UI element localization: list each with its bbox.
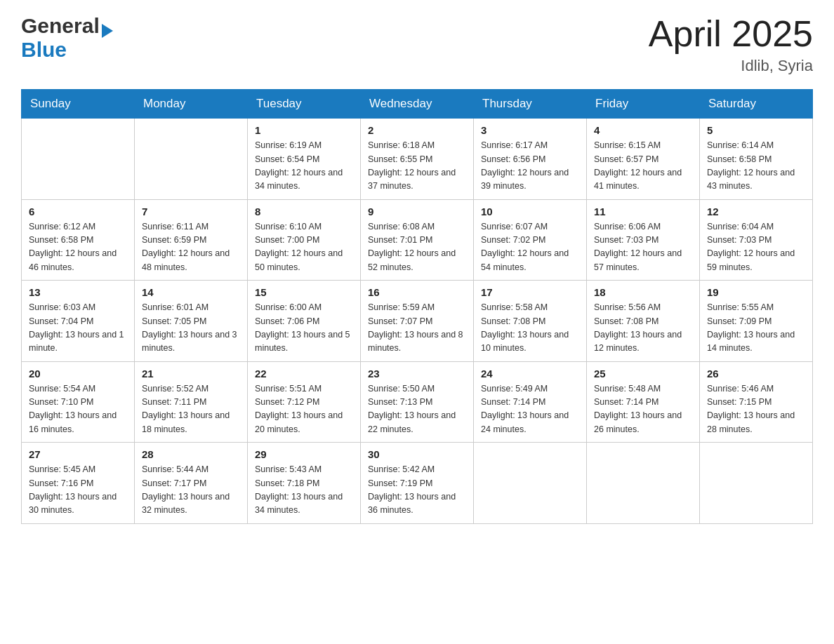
day-number: 18: [594, 286, 692, 298]
day-info: Sunrise: 5:45 AM Sunset: 7:16 PM Dayligh…: [29, 463, 127, 518]
day-info: Sunrise: 6:18 AM Sunset: 6:55 PM Dayligh…: [368, 139, 466, 194]
day-number: 5: [707, 124, 805, 136]
day-info: Sunrise: 5:56 AM Sunset: 7:08 PM Dayligh…: [594, 301, 692, 356]
calendar-cell: 15Sunrise: 6:00 AM Sunset: 7:06 PM Dayli…: [248, 281, 361, 362]
calendar-header-thursday: Thursday: [474, 90, 587, 119]
calendar-cell: 19Sunrise: 5:55 AM Sunset: 7:09 PM Dayli…: [700, 281, 813, 362]
day-number: 25: [594, 368, 692, 380]
day-info: Sunrise: 6:08 AM Sunset: 7:01 PM Dayligh…: [368, 220, 466, 275]
day-number: 4: [594, 124, 692, 136]
day-number: 27: [29, 448, 127, 460]
calendar-header-friday: Friday: [587, 90, 700, 119]
calendar-cell: 8Sunrise: 6:10 AM Sunset: 7:00 PM Daylig…: [248, 199, 361, 281]
day-info: Sunrise: 6:00 AM Sunset: 7:06 PM Dayligh…: [255, 301, 353, 356]
day-number: 17: [481, 286, 579, 298]
day-info: Sunrise: 6:14 AM Sunset: 6:58 PM Dayligh…: [707, 139, 805, 194]
page-header: General Blue April 2025 Idlib, Syria: [21, 14, 813, 75]
calendar-header-tuesday: Tuesday: [248, 90, 361, 119]
calendar-cell: [700, 443, 813, 524]
day-info: Sunrise: 5:54 AM Sunset: 7:10 PM Dayligh…: [29, 382, 127, 437]
calendar-week-4: 20Sunrise: 5:54 AM Sunset: 7:10 PM Dayli…: [22, 361, 813, 443]
day-number: 16: [368, 286, 466, 298]
day-info: Sunrise: 6:11 AM Sunset: 6:59 PM Dayligh…: [142, 220, 240, 275]
calendar-cell: [135, 119, 248, 200]
calendar-cell: 3Sunrise: 6:17 AM Sunset: 6:56 PM Daylig…: [474, 119, 587, 200]
day-number: 6: [29, 206, 127, 217]
day-number: 13: [29, 286, 127, 298]
day-info: Sunrise: 5:50 AM Sunset: 7:13 PM Dayligh…: [368, 382, 466, 437]
day-number: 29: [255, 448, 353, 460]
day-info: Sunrise: 6:07 AM Sunset: 7:02 PM Dayligh…: [481, 220, 579, 275]
calendar-cell: 25Sunrise: 5:48 AM Sunset: 7:14 PM Dayli…: [587, 361, 700, 443]
calendar-week-2: 6Sunrise: 6:12 AM Sunset: 6:58 PM Daylig…: [22, 199, 813, 281]
calendar-cell: 14Sunrise: 6:01 AM Sunset: 7:05 PM Dayli…: [135, 281, 248, 362]
location: Idlib, Syria: [649, 57, 813, 75]
day-info: Sunrise: 5:52 AM Sunset: 7:11 PM Dayligh…: [142, 382, 240, 437]
day-info: Sunrise: 5:43 AM Sunset: 7:18 PM Dayligh…: [255, 463, 353, 518]
day-number: 12: [707, 206, 805, 217]
day-number: 30: [368, 448, 466, 460]
calendar-table: SundayMondayTuesdayWednesdayThursdayFrid…: [21, 89, 813, 524]
calendar-cell: 10Sunrise: 6:07 AM Sunset: 7:02 PM Dayli…: [474, 199, 587, 281]
calendar-header-saturday: Saturday: [700, 90, 813, 119]
day-info: Sunrise: 5:46 AM Sunset: 7:15 PM Dayligh…: [707, 382, 805, 437]
calendar-week-1: 1Sunrise: 6:19 AM Sunset: 6:54 PM Daylig…: [22, 119, 813, 200]
day-number: 24: [481, 368, 579, 380]
day-number: 14: [142, 286, 240, 298]
calendar-cell: 29Sunrise: 5:43 AM Sunset: 7:18 PM Dayli…: [248, 443, 361, 524]
day-number: 28: [142, 448, 240, 460]
day-number: 20: [29, 368, 127, 380]
calendar-cell: 21Sunrise: 5:52 AM Sunset: 7:11 PM Dayli…: [135, 361, 248, 443]
calendar-week-5: 27Sunrise: 5:45 AM Sunset: 7:16 PM Dayli…: [22, 443, 813, 524]
calendar-week-3: 13Sunrise: 6:03 AM Sunset: 7:04 PM Dayli…: [22, 281, 813, 362]
calendar-cell: 22Sunrise: 5:51 AM Sunset: 7:12 PM Dayli…: [248, 361, 361, 443]
day-number: 21: [142, 368, 240, 380]
calendar-header-monday: Monday: [135, 90, 248, 119]
day-info: Sunrise: 6:19 AM Sunset: 6:54 PM Dayligh…: [255, 139, 353, 194]
calendar-cell: 4Sunrise: 6:15 AM Sunset: 6:57 PM Daylig…: [587, 119, 700, 200]
day-number: 23: [368, 368, 466, 380]
day-number: 11: [594, 206, 692, 217]
day-info: Sunrise: 6:04 AM Sunset: 7:03 PM Dayligh…: [707, 220, 805, 275]
calendar-cell: 26Sunrise: 5:46 AM Sunset: 7:15 PM Dayli…: [700, 361, 813, 443]
logo: General Blue: [21, 14, 113, 62]
day-info: Sunrise: 6:15 AM Sunset: 6:57 PM Dayligh…: [594, 139, 692, 194]
calendar-header-sunday: Sunday: [22, 90, 135, 119]
calendar-cell: 7Sunrise: 6:11 AM Sunset: 6:59 PM Daylig…: [135, 199, 248, 281]
calendar-cell: [474, 443, 587, 524]
day-info: Sunrise: 6:03 AM Sunset: 7:04 PM Dayligh…: [29, 301, 127, 356]
calendar-cell: 11Sunrise: 6:06 AM Sunset: 7:03 PM Dayli…: [587, 199, 700, 281]
day-info: Sunrise: 5:44 AM Sunset: 7:17 PM Dayligh…: [142, 463, 240, 518]
day-number: 3: [481, 124, 579, 136]
day-number: 9: [368, 206, 466, 217]
calendar-cell: 9Sunrise: 6:08 AM Sunset: 7:01 PM Daylig…: [361, 199, 474, 281]
day-number: 15: [255, 286, 353, 298]
day-info: Sunrise: 6:17 AM Sunset: 6:56 PM Dayligh…: [481, 139, 579, 194]
calendar-cell: 20Sunrise: 5:54 AM Sunset: 7:10 PM Dayli…: [22, 361, 135, 443]
logo-arrow-icon: [102, 24, 113, 38]
calendar-cell: 16Sunrise: 5:59 AM Sunset: 7:07 PM Dayli…: [361, 281, 474, 362]
day-info: Sunrise: 5:59 AM Sunset: 7:07 PM Dayligh…: [368, 301, 466, 356]
calendar-cell: 5Sunrise: 6:14 AM Sunset: 6:58 PM Daylig…: [700, 119, 813, 200]
calendar-cell: 23Sunrise: 5:50 AM Sunset: 7:13 PM Dayli…: [361, 361, 474, 443]
calendar-cell: 12Sunrise: 6:04 AM Sunset: 7:03 PM Dayli…: [700, 199, 813, 281]
calendar-cell: [22, 119, 135, 200]
day-info: Sunrise: 6:12 AM Sunset: 6:58 PM Dayligh…: [29, 220, 127, 275]
calendar-cell: 18Sunrise: 5:56 AM Sunset: 7:08 PM Dayli…: [587, 281, 700, 362]
day-info: Sunrise: 6:10 AM Sunset: 7:00 PM Dayligh…: [255, 220, 353, 275]
calendar-cell: 17Sunrise: 5:58 AM Sunset: 7:08 PM Dayli…: [474, 281, 587, 362]
day-number: 19: [707, 286, 805, 298]
day-number: 7: [142, 206, 240, 217]
day-number: 26: [707, 368, 805, 380]
day-info: Sunrise: 5:58 AM Sunset: 7:08 PM Dayligh…: [481, 301, 579, 356]
day-info: Sunrise: 5:42 AM Sunset: 7:19 PM Dayligh…: [368, 463, 466, 518]
calendar-cell: 2Sunrise: 6:18 AM Sunset: 6:55 PM Daylig…: [361, 119, 474, 200]
logo-general: General: [21, 14, 100, 38]
day-number: 10: [481, 206, 579, 217]
calendar-header-wednesday: Wednesday: [361, 90, 474, 119]
title-section: April 2025 Idlib, Syria: [649, 14, 813, 75]
month-title: April 2025: [649, 14, 813, 54]
day-number: 8: [255, 206, 353, 217]
day-info: Sunrise: 6:01 AM Sunset: 7:05 PM Dayligh…: [142, 301, 240, 356]
day-number: 2: [368, 124, 466, 136]
